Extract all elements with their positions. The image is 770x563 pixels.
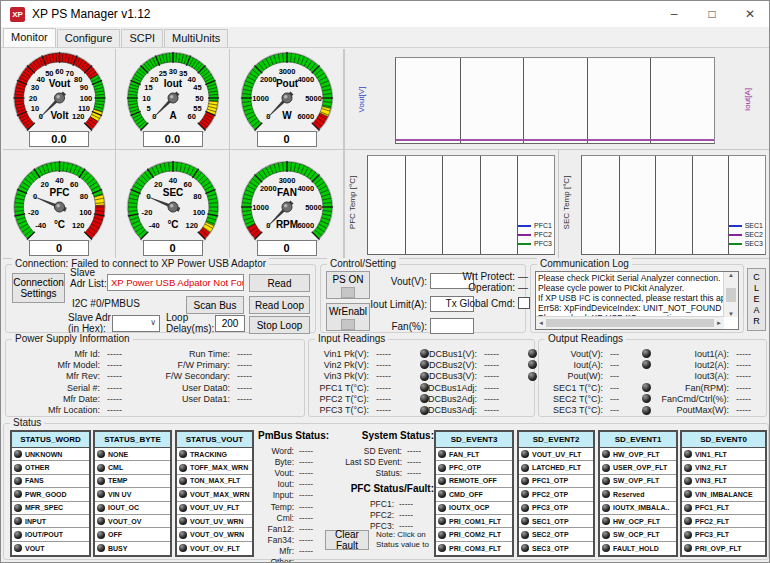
status-row[interactable]: IOUTX_OCP xyxy=(436,502,512,515)
status-row[interactable]: VOUT_OV_WRN xyxy=(177,528,252,541)
status-row[interactable]: OTHER xyxy=(12,461,89,474)
status-row[interactable]: UNKNOWN xyxy=(12,448,89,461)
minimize-button[interactable]: – xyxy=(655,1,693,27)
status-row[interactable]: IOUTX_IMBALA.. xyxy=(600,502,676,515)
status-row[interactable]: Reserved xyxy=(600,488,676,501)
reading-value: ----- xyxy=(402,457,421,467)
status-led xyxy=(179,531,187,539)
status-flag-label: IOUT_OC xyxy=(108,504,139,511)
status-row[interactable]: VOUT_UV_WRN xyxy=(177,515,252,528)
read-loop-button[interactable]: Read Loop xyxy=(249,296,310,314)
tab-monitor[interactable]: Monitor xyxy=(3,28,56,47)
status-row[interactable]: CMD_OFF xyxy=(436,488,512,501)
log-horizontal-scrollbar[interactable]: ◄ ► xyxy=(536,316,724,329)
status-row[interactable]: PWR_GOOD xyxy=(12,488,89,501)
status-row[interactable]: TEMP xyxy=(95,475,170,488)
gauge-sec-dial: -40-20020406080100120SEC°C xyxy=(116,150,230,247)
tab-scpi[interactable]: SCPI xyxy=(121,29,163,47)
status-led xyxy=(684,450,692,458)
ps-on-button[interactable]: PS ON xyxy=(326,271,370,299)
status-row[interactable]: SEC1_OTP xyxy=(519,515,593,528)
clear-fault-button[interactable]: Clear Fault xyxy=(325,530,369,550)
status-row[interactable]: FAN_FLT xyxy=(436,448,512,461)
reading-row: PFC1 T(°C):----- xyxy=(311,382,429,393)
status-row[interactable]: PFC3_OTP xyxy=(519,502,593,515)
loop-delay-input[interactable] xyxy=(215,315,245,332)
reading-label: PFC1: xyxy=(334,499,394,509)
fan-set-input[interactable] xyxy=(430,318,474,334)
status-row[interactable]: IOUT/POUT xyxy=(12,528,89,541)
reading-row: Mfr Rev:----- xyxy=(10,371,122,382)
status-row[interactable]: VIN3_FLT xyxy=(682,475,765,488)
status-row[interactable]: SW_OVP_FLT xyxy=(600,475,676,488)
status-row[interactable]: OFF xyxy=(95,528,170,541)
close-button[interactable]: ✕ xyxy=(731,1,769,27)
status-row[interactable]: SW_OCP_FLT xyxy=(600,528,676,541)
status-row[interactable]: FANS xyxy=(12,475,89,488)
log-vertical-scrollbar[interactable]: ▲ ▼ xyxy=(723,272,738,317)
status-row[interactable]: INPUT xyxy=(12,515,89,528)
input-readings-left-list: Vin1 Pk(V):-----Vin2 Pk(V):-----Vin3 Pk(… xyxy=(311,348,429,416)
status-row[interactable]: PFC2_FLT xyxy=(682,515,765,528)
status-row[interactable]: PRI_OVP_FLT xyxy=(682,542,765,555)
scroll-thumb-horizontal[interactable] xyxy=(546,319,714,327)
status-row[interactable]: REMOTE_OFF xyxy=(436,475,512,488)
status-row[interactable]: TON_MAX_FLT xyxy=(177,475,252,488)
svg-text:15: 15 xyxy=(144,83,152,92)
gauge-pout: 0100020003000400050006000PoutW 0 xyxy=(230,49,344,150)
status-row[interactable]: LATCHED_FLT xyxy=(519,461,593,474)
status-row[interactable]: HW_OVP_FLT xyxy=(600,448,676,461)
clear-log-button[interactable]: CLEAR xyxy=(747,268,766,331)
status-row[interactable]: PFC1_OTP xyxy=(519,475,593,488)
status-row[interactable]: SEC3_OTP xyxy=(519,542,593,555)
reading-value: ----- xyxy=(100,383,122,393)
status-row[interactable]: USER_OVP_FLT xyxy=(600,461,676,474)
status-row[interactable]: MFR_SPEC xyxy=(12,502,89,515)
status-row[interactable]: PFC_OTP xyxy=(436,461,512,474)
status-flag-label: FAULT_HOLD xyxy=(613,545,659,552)
status-row[interactable]: HW_OCP_FLT xyxy=(600,515,676,528)
connection-settings-button[interactable]: Connection Settings xyxy=(12,273,65,303)
status-row[interactable]: PRI_COM1_FLT xyxy=(436,515,512,528)
status-row[interactable]: NONE xyxy=(95,448,170,461)
reading-value: ----- xyxy=(729,394,766,404)
slave-adr-hex-label: Slave Adr (in Hex): xyxy=(68,312,111,334)
status-row[interactable]: VIN1_FLT xyxy=(682,448,765,461)
scroll-right-icon[interactable]: ► xyxy=(716,320,722,326)
status-row[interactable]: SEC2_OTP xyxy=(519,528,593,541)
status-row[interactable]: PFC3_FLT xyxy=(682,528,765,541)
status-row[interactable]: VIN_IMBALANCE xyxy=(682,488,765,501)
status-row[interactable]: VIN2_FLT xyxy=(682,461,765,474)
stop-loop-button[interactable]: Stop Loop xyxy=(249,316,310,334)
status-row[interactable]: PRI_COM3_FLT xyxy=(436,542,512,555)
status-row[interactable]: VOUT_OV xyxy=(95,515,170,528)
tab-configure[interactable]: Configure xyxy=(57,29,121,47)
status-row[interactable]: VOUT_OV_FLT xyxy=(177,542,252,555)
scroll-left-icon[interactable]: ◄ xyxy=(538,320,544,326)
legend-label: PFC2 xyxy=(534,231,552,238)
status-row[interactable]: VOUT_MAX_WRN xyxy=(177,488,252,501)
status-row[interactable]: VIN UV xyxy=(95,488,170,501)
status-row[interactable]: BUSY xyxy=(95,542,170,555)
tab-multiunits[interactable]: MultiUnits xyxy=(164,29,228,47)
status-led xyxy=(179,464,187,472)
status-row[interactable]: VOUT_UV_FLT xyxy=(177,502,252,515)
status-row[interactable]: PRI_COM2_FLT xyxy=(436,528,512,541)
status-row[interactable]: VOUT_UV_FLT xyxy=(519,448,593,461)
status-row[interactable]: PFC1_FLT xyxy=(682,502,765,515)
slave-adr-dropdown[interactable] xyxy=(112,315,160,332)
reading-label: Word: xyxy=(256,446,294,456)
maximize-button[interactable]: □ xyxy=(693,1,731,27)
status-row[interactable]: PFC2_OTP xyxy=(519,488,593,501)
status-row[interactable]: TRACKING xyxy=(177,448,252,461)
read-button[interactable]: Read xyxy=(249,274,310,292)
scroll-down-icon[interactable]: ▼ xyxy=(728,311,734,317)
scroll-up-icon[interactable]: ▲ xyxy=(728,272,734,278)
status-row[interactable]: FAULT_HOLD xyxy=(600,542,676,555)
tx-global-cmd-checkbox[interactable] xyxy=(518,297,530,309)
status-row[interactable]: CML xyxy=(95,461,170,474)
status-row[interactable]: TOFF_MAX_WRN xyxy=(177,461,252,474)
status-row[interactable]: VOUT xyxy=(12,542,89,555)
status-row[interactable]: IOUT_OC xyxy=(95,502,170,515)
scroll-thumb[interactable] xyxy=(726,288,736,302)
